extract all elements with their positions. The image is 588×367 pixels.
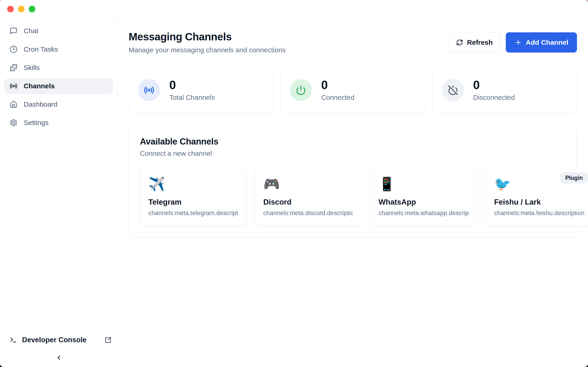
minimize-button[interactable]: [18, 6, 25, 12]
stat-label: Disconnected: [473, 94, 515, 101]
sidebar: Chat Cron Tasks Skills Channels Dashboar…: [0, 18, 118, 367]
sidebar-item-dashboard[interactable]: Dashboard: [4, 96, 113, 112]
plugin-badge: Plugin: [560, 172, 588, 184]
available-channels-section: Available Channels Connect a new channel…: [129, 126, 577, 237]
app-window: Chat Cron Tasks Skills Channels Dashboar…: [0, 0, 588, 367]
sidebar-item-label: Skills: [24, 64, 40, 72]
channel-description: channels:meta.telegram.descript: [148, 210, 238, 217]
close-button[interactable]: [7, 6, 14, 12]
add-channel-button[interactable]: Add Channel: [506, 32, 577, 52]
home-icon: [10, 100, 17, 108]
sidebar-item-chat[interactable]: Chat: [4, 23, 113, 39]
main-content: Messaging Channels Manage your messaging…: [118, 18, 588, 367]
sidebar-item-label: Chat: [24, 27, 38, 35]
channel-card-discord[interactable]: 🎮 Discord channels:meta.discord.descript…: [255, 168, 362, 226]
section-subtitle: Connect a new channel: [140, 150, 566, 157]
sidebar-footer: Developer Console: [4, 333, 113, 361]
stat-value: 0: [473, 79, 515, 91]
refresh-button-label: Refresh: [467, 39, 493, 46]
channel-card-telegram[interactable]: ✈️ Telegram channels:meta.telegram.descr…: [140, 168, 246, 226]
game-controller-emoji-icon: 🎮: [263, 176, 353, 192]
developer-console-label: Developer Console: [22, 336, 86, 344]
zoom-button[interactable]: [29, 6, 35, 12]
sidebar-item-label: Cron Tasks: [24, 45, 58, 53]
sidebar-item-settings[interactable]: Settings: [4, 115, 113, 131]
sidebar-item-cron-tasks[interactable]: Cron Tasks: [4, 41, 113, 57]
sidebar-collapse-row: [4, 354, 113, 361]
stat-icon-wrap: [442, 79, 464, 101]
refresh-button[interactable]: Refresh: [448, 32, 501, 52]
titlebar: [0, 0, 588, 18]
stat-value: 0: [169, 79, 215, 91]
stat-icon-wrap: [290, 79, 312, 101]
gear-icon: [10, 119, 17, 127]
channel-grid: ✈️ Telegram channels:meta.telegram.descr…: [140, 168, 566, 226]
power-icon: [296, 85, 306, 95]
header-actions: Refresh Add Channel: [448, 32, 577, 52]
stat-icon-wrap: [138, 79, 160, 101]
power-off-icon: [448, 85, 458, 95]
airplane-emoji-icon: ✈️: [148, 176, 238, 192]
puzzle-icon: [10, 64, 17, 72]
clock-icon: [10, 45, 17, 53]
channel-description: channels:meta.discord.descriptic: [263, 210, 353, 217]
plus-icon: [515, 39, 522, 46]
chevron-left-icon[interactable]: [55, 354, 62, 361]
mobile-phone-emoji-icon: 📱: [379, 176, 469, 192]
chat-bubble-icon: [10, 27, 17, 35]
stat-card-connected: 0 Connected: [280, 67, 425, 113]
external-link-icon[interactable]: [105, 337, 111, 343]
stat-card-disconnected: 0 Disconnected: [432, 67, 577, 113]
broadcast-icon: [144, 85, 154, 95]
sidebar-item-channels[interactable]: Channels: [4, 78, 113, 94]
broadcast-icon: [10, 82, 17, 90]
stat-card-total-channels: 0 Total Channels: [129, 67, 273, 113]
channel-card-whatsapp[interactable]: 📱 WhatsApp channels:meta.whatsapp.descri…: [370, 168, 477, 226]
channel-name: Discord: [263, 198, 353, 206]
section-title: Available Channels: [140, 137, 566, 147]
page-title: Messaging Channels: [129, 31, 286, 42]
channel-name: WhatsApp: [379, 198, 469, 206]
page-header: Messaging Channels Manage your messaging…: [129, 31, 577, 54]
terminal-icon: [10, 336, 17, 344]
sidebar-item-label: Dashboard: [24, 100, 57, 108]
stats-row: 0 Total Channels 0 Connected: [129, 67, 577, 113]
channel-name: Feishu / Lark: [494, 198, 584, 206]
developer-console-link[interactable]: Developer Console: [4, 333, 113, 347]
stat-value: 0: [321, 79, 355, 91]
add-channel-button-label: Add Channel: [526, 39, 568, 46]
channel-card-feishu-lark[interactable]: Plugin 🐦 Feishu / Lark channels:meta.fei…: [485, 168, 588, 226]
stat-label: Total Channels: [169, 94, 215, 101]
refresh-icon: [456, 39, 463, 46]
sidebar-item-label: Channels: [24, 82, 55, 90]
channel-description: channels:meta.whatsapp.descrip: [379, 210, 469, 217]
channel-name: Telegram: [148, 198, 238, 206]
stat-label: Connected: [321, 94, 355, 101]
sidebar-item-label: Settings: [24, 119, 48, 127]
sidebar-item-skills[interactable]: Skills: [4, 60, 113, 76]
channel-description: channels:meta.feishu.description: [494, 210, 584, 217]
page-subtitle: Manage your messaging channels and conne…: [129, 46, 286, 54]
